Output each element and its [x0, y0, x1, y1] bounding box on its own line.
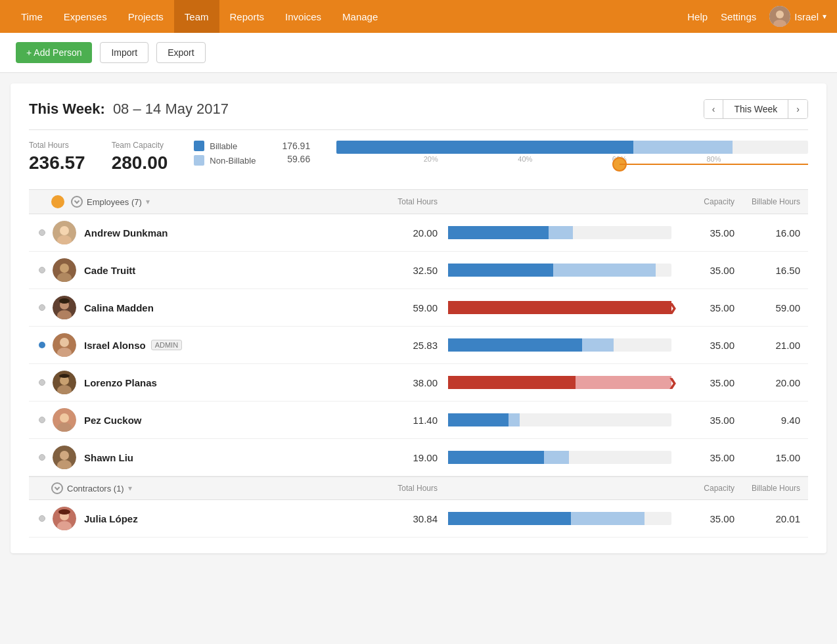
user-menu[interactable]: Israel ▾	[769, 6, 826, 27]
week-label: This Week:	[29, 101, 105, 117]
bar-billable	[448, 512, 571, 525]
employees-group-label[interactable]: Employees (7)	[87, 197, 142, 207]
chart-ticks: 20% 40% 60% 80%	[336, 155, 808, 173]
contractors-timer-icon	[51, 482, 63, 494]
row-status	[37, 515, 47, 522]
nav-settings[interactable]: Settings	[721, 11, 756, 22]
svg-point-12	[59, 298, 70, 304]
week-header: This Week: 08 – 14 May 2017 ‹ This Week …	[29, 99, 808, 119]
week-next-button[interactable]: ›	[788, 100, 807, 118]
svg-point-24	[60, 451, 69, 460]
row-capacity: 35.00	[682, 415, 735, 426]
employees-group-left: Employees (7) ▾	[37, 195, 385, 208]
legend-billable-color	[194, 141, 204, 151]
bar-billable	[448, 413, 509, 426]
row-name[interactable]: Shawn Liu	[84, 452, 385, 463]
row-billable-hours: 16.50	[735, 265, 800, 276]
avatar	[53, 258, 76, 282]
nav-expenses[interactable]: Expenses	[53, 0, 118, 33]
row-name[interactable]: Julia López	[84, 513, 385, 524]
svg-point-7	[60, 264, 69, 273]
row-bar-inner	[448, 264, 671, 277]
overflow-icon: ❯	[668, 377, 677, 389]
main-content: This Week: 08 – 14 May 2017 ‹ This Week …	[11, 83, 826, 553]
main-bar-nonbillable	[633, 141, 733, 154]
contractors-group-spacer	[37, 483, 47, 494]
avatar	[53, 408, 76, 432]
svg-point-21	[60, 413, 69, 423]
row-name[interactable]: Lorenzo Planas	[84, 377, 385, 388]
bar-nonbillable	[582, 338, 614, 352]
nav-manage[interactable]: Manage	[332, 0, 388, 33]
billable-value: 176.91	[282, 141, 310, 151]
table-row: Cade Truitt 32.50 35.00 16.50	[29, 252, 808, 289]
avatar	[53, 296, 76, 319]
bar-billable	[448, 264, 553, 277]
row-bar	[448, 264, 671, 277]
nav-help[interactable]: Help	[687, 11, 708, 22]
nav-projects[interactable]: Projects	[118, 0, 174, 33]
import-button[interactable]: Import	[100, 42, 148, 63]
employees-group-expand[interactable]: ▾	[146, 197, 150, 206]
bar-billable	[448, 226, 549, 239]
bar-over	[448, 376, 576, 389]
contractors-col-header-billable: Billable Hours	[735, 484, 800, 493]
export-button[interactable]: Export	[156, 42, 205, 63]
row-name[interactable]: Pez Cuckow	[84, 415, 385, 426]
row-billable-hours: 9.40	[735, 415, 800, 426]
table-row: Pez Cuckow 11.40 35.00 9.40	[29, 402, 808, 439]
add-person-button[interactable]: + Add Person	[16, 42, 92, 63]
row-hours: 38.00	[385, 377, 438, 388]
row-bar	[448, 451, 671, 464]
row-name[interactable]: Calina Madden	[84, 302, 385, 313]
svg-point-29	[58, 509, 70, 515]
row-hours: 20.00	[385, 227, 438, 239]
status-dot	[39, 229, 45, 236]
nav-invoices[interactable]: Invoices	[275, 0, 332, 33]
legend: Billable Non-Billable	[194, 141, 256, 166]
col-header-hours: Total Hours	[385, 197, 438, 206]
row-status	[37, 379, 47, 386]
bar-billable	[448, 451, 544, 464]
row-capacity: 35.00	[682, 452, 735, 463]
main-bar	[336, 141, 808, 154]
legend-nonbillable: Non-Billable	[194, 155, 256, 166]
bar-nonbillable	[544, 451, 568, 464]
avatar	[53, 221, 76, 244]
team-capacity-label: Team Capacity	[112, 141, 168, 150]
contractors-group-expand[interactable]: ▾	[128, 484, 132, 493]
legend-billable-label: Billable	[210, 141, 237, 151]
row-bar-inner	[448, 451, 671, 464]
slider-line	[620, 164, 808, 165]
status-dot	[39, 417, 45, 423]
table-row: Calina Madden 59.00 ❯ 35.00 59.00	[29, 289, 808, 327]
row-capacity: 35.00	[682, 302, 735, 313]
row-billable-hours: 15.00	[735, 452, 800, 463]
row-name[interactable]: Andrew Dunkman	[84, 227, 385, 239]
row-hours: 19.00	[385, 452, 438, 463]
row-status	[37, 454, 47, 461]
week-prev-button[interactable]: ‹	[704, 100, 723, 118]
tick-40: 40%	[518, 155, 532, 163]
status-dot	[39, 379, 45, 386]
main-chart: 20% 40% 60% 80%	[336, 141, 808, 173]
legend-nonbillable-label: Non-Billable	[210, 156, 256, 166]
bar-nonbillable	[509, 413, 520, 426]
status-dot	[39, 515, 45, 522]
avatar	[53, 507, 76, 530]
row-name[interactable]: Cade Truitt	[84, 265, 385, 276]
legend-billable: Billable	[194, 141, 256, 151]
status-dot	[39, 454, 45, 461]
row-hours: 25.83	[385, 340, 438, 351]
row-bar	[448, 512, 671, 525]
contractors-group-label[interactable]: Contractors (1)	[67, 484, 124, 494]
row-bar-inner: ❯	[448, 376, 671, 389]
nav-time[interactable]: Time	[11, 0, 53, 33]
nav-team[interactable]: Team	[174, 0, 219, 33]
row-name[interactable]: Israel Alonso ADMIN	[84, 340, 385, 351]
table-row: Israel Alonso ADMIN 25.83 35.00 21.00	[29, 327, 808, 364]
main-bar-billable	[336, 141, 633, 154]
total-hours-label: Total Hours	[29, 141, 85, 150]
toolbar: + Add Person Import Export	[0, 33, 837, 73]
nav-reports[interactable]: Reports	[219, 0, 275, 33]
